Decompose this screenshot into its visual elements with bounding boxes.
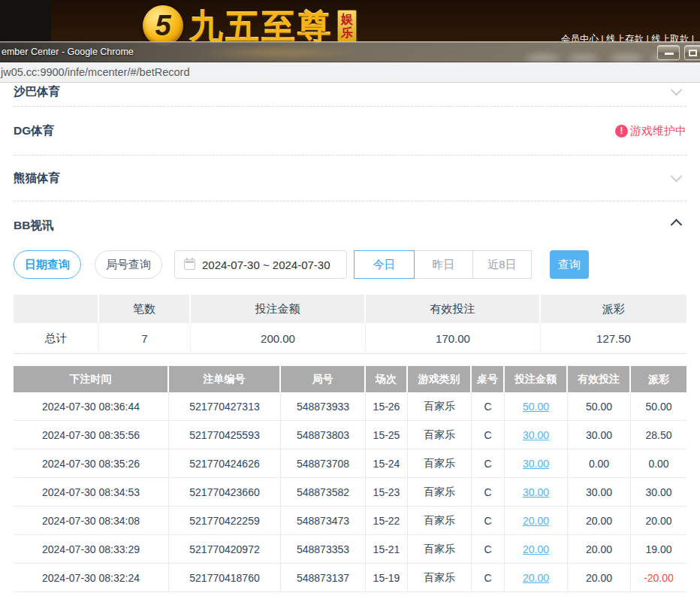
window-title: ember Center - Google Chrome bbox=[2, 47, 134, 57]
table-cell: 521770425593 bbox=[169, 421, 281, 449]
summary-cell: 127.50 bbox=[541, 323, 686, 354]
table-cell: 521770424626 bbox=[169, 449, 281, 478]
logo-badge-text: 娱乐 bbox=[341, 13, 353, 39]
table-cell: 15-25 bbox=[366, 421, 408, 449]
table-cell: 百家乐 bbox=[408, 535, 472, 564]
table-cell: 30.00 bbox=[631, 478, 686, 507]
table-cell: 2024-07-30 08:36:44 bbox=[14, 392, 169, 421]
table-cell: 19.00 bbox=[631, 535, 686, 564]
minimize-button[interactable] bbox=[657, 45, 680, 60]
table-cell: 20.00 bbox=[568, 507, 631, 535]
table-cell: 50.00 bbox=[505, 392, 568, 421]
table-cell: 30.00 bbox=[568, 421, 631, 449]
table-cell: 521770427313 bbox=[169, 392, 281, 421]
search-button[interactable]: 查询 bbox=[550, 250, 589, 279]
table-cell: 20.00 bbox=[505, 564, 568, 592]
calendar-icon bbox=[184, 259, 195, 270]
bet-amount-link[interactable]: 30.00 bbox=[523, 429, 549, 441]
glass-blur-blob bbox=[610, 54, 643, 62]
summary-cell: 200.00 bbox=[191, 323, 366, 354]
bet-amount-link[interactable]: 20.00 bbox=[523, 572, 549, 584]
table-cell: 百家乐 bbox=[408, 421, 472, 449]
bet-amount-link[interactable]: 20.00 bbox=[523, 543, 549, 555]
table-cell: 20.00 bbox=[505, 507, 568, 535]
bet-record-page: 沙巴体育 DG体育 ! 游戏维护中 熊猫体育 BB视讯 日期查询 局号查询 20… bbox=[0, 83, 700, 604]
table-cell: 2024-07-30 08:35:56 bbox=[14, 421, 169, 449]
table-cell: 百家乐 bbox=[408, 392, 472, 421]
bet-amount-link[interactable]: 30.00 bbox=[523, 486, 549, 498]
address-bar[interactable]: jw05.cc:9900/infe/mcenter/#/betRecord bbox=[0, 62, 700, 83]
table-header-cell: 场次 bbox=[366, 366, 408, 392]
table-cell: 15-23 bbox=[366, 478, 408, 507]
table-cell: C bbox=[472, 564, 505, 592]
summary-cell: 170.00 bbox=[366, 323, 541, 354]
summary-header-cell: 有效投注 bbox=[366, 295, 541, 323]
table-cell: 15-24 bbox=[366, 449, 408, 478]
table-cell: 30.00 bbox=[505, 449, 568, 478]
table-cell: C bbox=[472, 449, 505, 478]
table-cell: 521770420972 bbox=[169, 535, 281, 564]
table-cell: -20.00 bbox=[631, 564, 686, 592]
table-cell: 521770422259 bbox=[169, 507, 281, 535]
table-header-cell: 投注金额 bbox=[505, 366, 568, 392]
round-query-tab[interactable]: 局号查询 bbox=[95, 250, 162, 279]
table-cell: 521770423660 bbox=[169, 478, 281, 507]
table-cell: C bbox=[472, 535, 505, 564]
table-cell: 0.00 bbox=[568, 449, 631, 478]
summary-header-cell bbox=[14, 295, 99, 323]
date-query-tab[interactable]: 日期查询 bbox=[14, 250, 81, 279]
table-cell: 50.00 bbox=[568, 392, 631, 421]
section-dg-sports[interactable]: DG体育 ! 游戏维护中 bbox=[14, 107, 686, 156]
table-cell: 30.00 bbox=[568, 478, 631, 507]
exclamation-icon: ! bbox=[615, 125, 628, 138]
table-cell: 百家乐 bbox=[408, 449, 472, 478]
chevron-up-icon bbox=[671, 219, 683, 231]
today-button[interactable]: 今日 bbox=[354, 250, 415, 279]
chrome-window: ember Center - Google Chrome jw05.cc:990… bbox=[0, 41, 700, 605]
bet-amount-link[interactable]: 50.00 bbox=[523, 401, 549, 413]
section-label: 熊猫体育 bbox=[14, 171, 60, 186]
chevron-down-icon bbox=[671, 84, 683, 96]
table-cell: 548873353 bbox=[281, 535, 366, 564]
table-cell: 548873708 bbox=[281, 449, 366, 478]
bet-amount-link[interactable]: 30.00 bbox=[523, 458, 549, 470]
table-header-cell: 局号 bbox=[281, 366, 366, 392]
table-header-cell: 桌号 bbox=[472, 366, 505, 392]
minimize-icon bbox=[665, 53, 674, 55]
date-range-input[interactable]: 2024-07-30 ~ 2024-07-30 bbox=[174, 250, 347, 279]
filter-toolbar: 日期查询 局号查询 2024-07-30 ~ 2024-07-30 今日 昨日 … bbox=[14, 250, 686, 279]
last8days-button[interactable]: 近8日 bbox=[472, 250, 532, 279]
section-shaba-sports[interactable]: 沙巴体育 bbox=[14, 83, 686, 107]
table-cell: 30.00 bbox=[505, 478, 568, 507]
table-cell: 50.00 bbox=[631, 392, 686, 421]
url-text: jw05.cc:9900/infe/mcenter/#/betRecord bbox=[0, 66, 189, 78]
table-cell: 2024-07-30 08:32:24 bbox=[14, 564, 169, 592]
section-bb-video[interactable]: BB视讯 bbox=[14, 201, 686, 250]
table-cell: 548873137 bbox=[281, 564, 366, 592]
table-header-cell: 有效投注 bbox=[568, 366, 631, 392]
summary-header-cell: 笔数 bbox=[99, 295, 191, 323]
section-label: DG体育 bbox=[14, 123, 54, 139]
bet-amount-link[interactable]: 20.00 bbox=[523, 515, 549, 527]
maintenance-status-badge: ! 游戏维护中 bbox=[615, 124, 686, 138]
section-panda-sports[interactable]: 熊猫体育 bbox=[14, 156, 686, 201]
summary-cell: 7 bbox=[99, 323, 191, 354]
yesterday-button[interactable]: 昨日 bbox=[414, 250, 473, 279]
date-range-value: 2024-07-30 ~ 2024-07-30 bbox=[202, 259, 330, 271]
table-cell: 20.00 bbox=[568, 535, 631, 564]
logo-badge: 娱乐 bbox=[337, 10, 357, 42]
maximize-button[interactable] bbox=[684, 45, 700, 60]
table-cell: 548873473 bbox=[281, 507, 366, 535]
table-cell: 548873933 bbox=[281, 392, 366, 421]
table-cell: 548873582 bbox=[281, 478, 366, 507]
quick-range-group: 今日 昨日 近8日 bbox=[354, 250, 532, 279]
table-cell: 20.00 bbox=[505, 535, 568, 564]
window-titlebar: ember Center - Google Chrome bbox=[0, 41, 700, 62]
table-cell: 百家乐 bbox=[408, 478, 472, 507]
table-cell: 30.00 bbox=[505, 421, 568, 449]
glass-blur-blob bbox=[568, 54, 598, 62]
table-cell: 15-26 bbox=[366, 392, 408, 421]
table-cell: 2024-07-30 08:34:08 bbox=[14, 507, 169, 535]
summary-header-cell: 投注金额 bbox=[191, 295, 366, 323]
table-cell: C bbox=[472, 507, 505, 535]
